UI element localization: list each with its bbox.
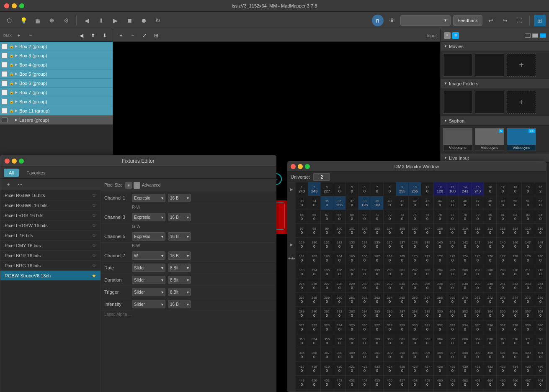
- fixture-item[interactable]: Pixel CMY 16 bits ☆: [0, 241, 101, 251]
- star-icon[interactable]: ☆: [92, 263, 96, 269]
- size-toggle[interactable]: ■: [125, 182, 132, 189]
- dmx-sidebar[interactable]: [287, 224, 296, 238]
- layer-checkbox[interactable]: [2, 80, 8, 86]
- grid-view-tab[interactable]: ⊞: [452, 32, 459, 39]
- grid-icon[interactable]: ⊞: [152, 31, 161, 40]
- view-option-3[interactable]: [540, 33, 546, 38]
- fe-maximize-button[interactable]: [19, 159, 24, 164]
- refresh-icon[interactable]: ↻: [152, 15, 164, 26]
- trigger-type-dropdown[interactable]: Slider▾: [132, 288, 165, 296]
- dmx-sidebar[interactable]: [287, 265, 296, 279]
- arrow-left-icon[interactable]: ◀: [81, 15, 93, 26]
- dmx-sidebar[interactable]: [287, 293, 296, 307]
- panel-icon[interactable]: ⊞: [534, 15, 546, 26]
- dmx-sidebar[interactable]: [287, 376, 296, 389]
- record-icon[interactable]: ⏺: [138, 15, 149, 26]
- node-icon[interactable]: ❋: [46, 15, 58, 26]
- eye-icon[interactable]: 👁: [386, 15, 398, 26]
- channel-1-type-dropdown[interactable]: Expresio▾: [132, 194, 165, 202]
- tab-favorites[interactable]: Favorites: [21, 169, 50, 177]
- star-icon[interactable]: ☆: [92, 213, 96, 218]
- dmx-sidebar[interactable]: [287, 362, 296, 376]
- dmx-close-button[interactable]: [291, 164, 296, 169]
- dmx-sidebar[interactable]: ▶: [287, 238, 296, 251]
- channel-5-type-dropdown[interactable]: Expresio▾: [132, 232, 165, 241]
- dmx-sidebar[interactable]: [287, 389, 296, 392]
- channel-7-type-dropdown[interactable]: W▾: [132, 251, 165, 260]
- layer-checkbox[interactable]: [2, 62, 8, 68]
- undo-icon[interactable]: ↩: [485, 15, 497, 26]
- intensity-type-dropdown[interactable]: Slider▾: [132, 300, 165, 308]
- fixture-item[interactable]: Pixel BRG 16 bits ☆: [0, 261, 101, 271]
- fe-close-button[interactable]: [5, 159, 10, 164]
- layer-checkbox[interactable]: [2, 99, 8, 105]
- list-item[interactable]: 🔒 ▶ Box 4 (group): [0, 60, 113, 69]
- fixture-item[interactable]: Pixel LRGBW 16 bits ☆: [0, 220, 101, 231]
- size-toggle2[interactable]: □: [134, 182, 140, 189]
- move-down-icon[interactable]: ⬇: [100, 31, 109, 40]
- left-arrow-icon[interactable]: ◀: [77, 31, 86, 40]
- shapes-icon[interactable]: ⬡: [3, 15, 15, 26]
- image-folders-section-header[interactable]: ▼ Image Folders: [441, 79, 549, 88]
- fe-minimize-button[interactable]: [12, 159, 17, 164]
- profile-icon[interactable]: n: [372, 15, 384, 26]
- dmx-minimize-button[interactable]: [298, 164, 303, 169]
- list-item[interactable]: 🔒 ▶ Box 2 (group): [0, 42, 113, 51]
- fe-more-icon[interactable]: ⋯: [15, 180, 25, 189]
- fullscreen-icon[interactable]: ⛶: [513, 15, 525, 26]
- list-item[interactable]: 🔒 ▶ Box 3 (group): [0, 51, 113, 60]
- fixture-item[interactable]: Pixel RGBWL 16 bits ☆: [0, 200, 101, 210]
- tab-all[interactable]: All: [4, 169, 19, 177]
- stop-icon[interactable]: ⏹: [124, 15, 135, 26]
- fixture-item[interactable]: Pixel LRGB 16 bits ☆: [0, 210, 101, 220]
- star-icon[interactable]: ☆: [92, 253, 96, 259]
- source-dropdown[interactable]: ▾: [400, 15, 451, 26]
- dmx-sidebar[interactable]: [287, 307, 296, 320]
- add-layer-icon[interactable]: +: [14, 31, 23, 40]
- list-item[interactable]: 🔒 ▶ Box 7 (group): [0, 88, 113, 97]
- movie-thumb-1[interactable]: [443, 54, 472, 77]
- fe-add-icon[interactable]: +: [4, 180, 13, 189]
- syphon-section-header[interactable]: ▼ Syphon: [441, 116, 549, 126]
- light-icon[interactable]: 💡: [18, 15, 29, 26]
- layer-checkbox[interactable]: [2, 44, 8, 49]
- list-item[interactable]: 🔒 ▶ Box 6 (group): [0, 79, 113, 88]
- fixture-item-selected[interactable]: RGBW StrobeV6 13ch ★: [0, 271, 101, 281]
- add-folder-button[interactable]: +: [507, 91, 536, 114]
- add-movie-button[interactable]: +: [507, 54, 536, 77]
- list-item[interactable]: 🔒 ▶ Box 11 (group): [0, 106, 113, 115]
- fixture-item[interactable]: Pixel L 16 bits ☆: [0, 231, 101, 241]
- minimize-button[interactable]: [12, 3, 17, 8]
- fixture-item[interactable]: Pixel RGBW 16 bits ☆: [0, 190, 101, 200]
- duration-type-dropdown[interactable]: Slider▾: [132, 276, 165, 284]
- remove-layer-icon[interactable]: −: [26, 31, 35, 40]
- feedback-button[interactable]: Feedback: [453, 15, 482, 26]
- syphon-item-2[interactable]: 6 Videosync: [475, 128, 504, 151]
- channel-5-size-dropdown[interactable]: 16 B▾: [168, 232, 191, 241]
- layer-checkbox[interactable]: [2, 71, 8, 77]
- pause-icon[interactable]: ⏸: [95, 15, 107, 26]
- layer-checkbox[interactable]: [2, 117, 8, 123]
- channel-3-size-dropdown[interactable]: 16 B▾: [168, 213, 191, 221]
- redo-icon[interactable]: ↪: [499, 15, 511, 26]
- star-icon[interactable]: ☆: [92, 243, 96, 249]
- view-option-1[interactable]: [525, 33, 531, 38]
- dmx-maximize-button[interactable]: [305, 164, 310, 169]
- trigger-size-dropdown[interactable]: 8 Bit▾: [168, 288, 191, 296]
- close-button[interactable]: [4, 3, 9, 8]
- star-icon[interactable]: ☆: [92, 233, 96, 238]
- fixture-item[interactable]: Pixel BGR 16 bits ☆: [0, 251, 101, 261]
- star-icon[interactable]: ☆: [92, 223, 96, 228]
- settings-icon[interactable]: ⚙: [60, 15, 72, 26]
- star-icon[interactable]: ☆: [92, 192, 96, 198]
- folder-thumb-2[interactable]: [475, 91, 504, 114]
- video-icon[interactable]: ▦: [32, 15, 44, 26]
- list-item[interactable]: ▶ Lasers (group): [0, 115, 113, 125]
- dmx-sidebar[interactable]: [287, 279, 296, 293]
- duration-size-dropdown[interactable]: 8 Bit▾: [168, 276, 191, 284]
- layer-checkbox[interactable]: [2, 90, 8, 95]
- maximize-button[interactable]: [19, 3, 24, 8]
- universe-input[interactable]: [313, 173, 330, 181]
- layer-checkbox[interactable]: [2, 108, 8, 114]
- dmx-sidebar[interactable]: [287, 210, 296, 224]
